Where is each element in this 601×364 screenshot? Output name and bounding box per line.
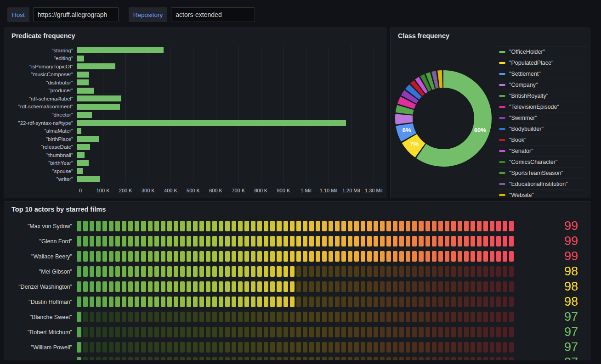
legend-item[interactable]: "Senator": [497, 146, 587, 157]
gauge-cell: [244, 266, 249, 277]
legend-color-swatch: [499, 194, 505, 196]
gauge-cell: [102, 327, 107, 337]
legend-item[interactable]: "Website": [497, 190, 587, 197]
predicate-bar[interactable]: [77, 112, 92, 118]
gauge-bar[interactable]: [77, 357, 514, 360]
gauge-cell: [187, 342, 191, 353]
predicate-bar[interactable]: [77, 95, 121, 101]
gauge-cell: [303, 342, 307, 353]
predicate-bar[interactable]: [77, 88, 94, 94]
gauge-cell: [199, 342, 204, 353]
predicate-bar[interactable]: [77, 168, 83, 174]
gauge-cell: [167, 221, 172, 231]
actors-panel-title[interactable]: Top 10 actors by starred films: [4, 202, 590, 217]
x-axis-tick-label: 1.20 Mil: [342, 188, 360, 193]
x-axis-tick-label: 600 K: [209, 188, 222, 193]
gauge-cell: [199, 357, 204, 360]
gauge-cell: [471, 281, 475, 292]
legend-item[interactable]: "PopulatedPlace": [497, 57, 587, 68]
predicate-bar[interactable]: [77, 120, 346, 126]
gauge-cell: [135, 281, 139, 292]
gauge-bar[interactable]: [77, 281, 514, 292]
gauge-cell: [316, 221, 320, 231]
predicate-bar[interactable]: [77, 72, 89, 78]
gauge-cell: [445, 236, 449, 246]
legend-item[interactable]: "BritishRoyalty": [497, 90, 587, 101]
gauge-cell: [503, 236, 507, 246]
predicate-bar[interactable]: [77, 136, 99, 142]
gauge-cell: [464, 221, 469, 231]
legend-item[interactable]: "TelevisionEpisode": [497, 101, 587, 112]
gauge-cell: [270, 281, 275, 292]
predicate-bar[interactable]: [77, 128, 81, 134]
repository-input[interactable]: [171, 7, 255, 22]
gauge-cell: [374, 357, 378, 360]
gauge-cell: [225, 297, 230, 307]
gauge-bar[interactable]: [77, 312, 514, 322]
gauge-cell: [509, 236, 514, 246]
legend-label: "Company": [509, 82, 538, 88]
gauge-cell: [148, 297, 153, 307]
predicate-bar-track: [77, 128, 380, 134]
gauge-cell: [322, 327, 327, 337]
legend-item[interactable]: "ComicsCharacter": [497, 157, 587, 168]
legend-item[interactable]: "Settlement": [497, 68, 587, 79]
legend-item[interactable]: "Company": [497, 79, 587, 90]
gauge-cell: [399, 281, 404, 292]
gauge-cell: [438, 297, 443, 307]
class-donut-chart: 60%7%6%: [392, 67, 494, 169]
host-input[interactable]: [33, 7, 119, 22]
gauge-cell: [270, 236, 275, 246]
gauge-bar[interactable]: [77, 342, 514, 353]
legend-item[interactable]: "Bodybuilder": [497, 123, 587, 134]
predicate-bar[interactable]: [77, 47, 164, 53]
gauge-bar[interactable]: [77, 236, 514, 246]
class-panel-title[interactable]: Class frequency: [391, 28, 590, 44]
gauge-cell: [503, 266, 507, 277]
gauge-cell: [316, 357, 320, 360]
predicate-bar[interactable]: [77, 63, 115, 69]
legend-item[interactable]: "SportsTeamSeason": [497, 168, 587, 179]
gauge-value: 97: [514, 311, 583, 323]
gauge-cell: [180, 251, 185, 262]
gauge-cell: [496, 342, 501, 353]
gauge-cell: [257, 221, 262, 231]
predicate-panel-title[interactable]: Predicate frequency: [4, 28, 386, 44]
gauge-cell: [483, 297, 488, 307]
predicate-bar[interactable]: [77, 79, 89, 85]
gauge-cell: [496, 251, 501, 262]
gauge-cell: [96, 281, 101, 292]
gauge-bar[interactable]: [77, 221, 514, 231]
gauge-bar[interactable]: [77, 297, 514, 307]
legend-item[interactable]: "Swimmer": [497, 112, 587, 123]
gauge-cell: [303, 327, 307, 337]
gauge-cell: [380, 251, 385, 262]
gauge-cell: [225, 327, 230, 337]
predicate-bar[interactable]: [77, 160, 89, 166]
gauge-cell: [496, 281, 501, 292]
gauge-bar[interactable]: [77, 266, 514, 277]
gauge-cell: [380, 221, 385, 231]
gauge-cell: [206, 266, 210, 277]
gauge-cell: [322, 281, 327, 292]
gauge-cell: [187, 312, 191, 322]
predicate-bar[interactable]: [77, 144, 90, 150]
legend-item[interactable]: "Book": [497, 134, 587, 146]
gauge-cell: [438, 327, 443, 337]
predicate-bar[interactable]: [77, 176, 100, 182]
legend-item[interactable]: "OfficeHolder": [497, 46, 587, 57]
gauge-cell: [96, 266, 101, 277]
gauge-bar[interactable]: [77, 327, 514, 337]
gauge-cell: [193, 281, 198, 292]
gauge-cell: [187, 357, 191, 360]
predicate-bar[interactable]: [77, 104, 120, 110]
predicate-bar[interactable]: [77, 152, 85, 158]
gauge-cell: [115, 281, 120, 292]
gauge-bar[interactable]: [77, 251, 514, 262]
gauge-cell: [225, 236, 230, 246]
legend-item[interactable]: "EducationalInstitution": [497, 179, 587, 190]
predicate-bar[interactable]: [77, 56, 84, 62]
predicate-frequency-panel: Predicate frequency "starring""editing""…: [4, 28, 386, 198]
gauge-cell: [212, 236, 217, 246]
gauge-cell: [432, 266, 437, 277]
